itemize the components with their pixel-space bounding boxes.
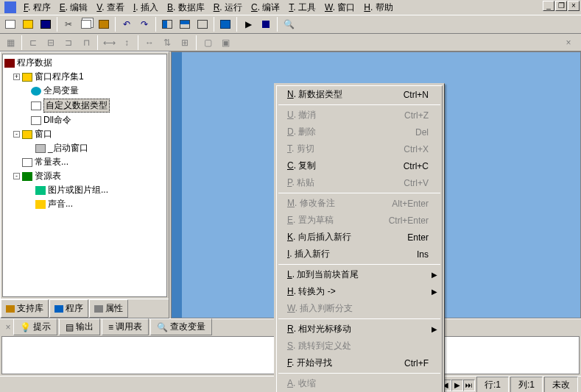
expand-icon[interactable]: + — [13, 74, 20, 80]
tree-node[interactable]: 全局变量 — [4, 84, 165, 98]
context-menu-item[interactable]: L. 加到当前块首尾▶ — [277, 266, 442, 283]
node-icon — [35, 186, 46, 195]
menu-item[interactable]: R. 运行 — [209, 1, 247, 14]
tab-hint[interactable]: 💡提示 — [13, 318, 57, 335]
minimize-button[interactable]: _ — [543, 1, 554, 11]
grid-icon: ▦ — [2, 35, 18, 50]
redo-button[interactable]: ↷ — [136, 16, 152, 32]
node-label: 常量表... — [35, 156, 68, 168]
project-tree[interactable]: 程序数据 +窗口程序集1全局变量自定义数据类型Dll命令-窗口_启动窗口常量表.… — [2, 54, 167, 297]
nav-next-button[interactable]: ▶ — [451, 379, 463, 391]
copy-button[interactable] — [78, 16, 94, 32]
menu-item[interactable]: V. 查看 — [92, 1, 129, 14]
context-menu-item[interactable]: H. 转换为 ->▶ — [277, 283, 442, 300]
tab-properties[interactable]: 属性 — [89, 299, 128, 318]
menu-separator — [278, 264, 440, 265]
menu-separator — [278, 373, 440, 374]
menu-item[interactable]: I. 插入 — [129, 1, 163, 14]
expand-icon[interactable]: - — [13, 173, 20, 179]
context-menu-item: T. 剪切Ctrl+X — [277, 140, 442, 157]
cut-button[interactable]: ✂ — [60, 16, 77, 32]
context-menu-item[interactable]: K. 向后插入新行Enter — [277, 229, 442, 246]
tab-watch[interactable]: 🔍查改变量 — [150, 318, 212, 335]
context-menu-item: M. 修改备注Alt+Enter — [277, 195, 442, 212]
tree-node[interactable]: +窗口程序集1 — [4, 70, 165, 84]
lightbulb-icon: 💡 — [20, 322, 31, 332]
node-label: 图片或图片组... — [48, 184, 108, 196]
menu-item[interactable]: W. 窗口 — [320, 1, 359, 14]
context-menu-item: A. 收缩 — [277, 375, 442, 392]
menu-separator — [278, 193, 440, 193]
stop-button[interactable] — [258, 16, 274, 32]
context-menu-item: E. 置为草稿Ctrl+Enter — [277, 212, 442, 229]
tab-program[interactable]: 程序 — [49, 299, 88, 318]
context-menu-item[interactable]: N. 新数据类型Ctrl+N — [277, 86, 442, 103]
tree-root-label: 程序数据 — [17, 57, 52, 69]
new-file-button[interactable] — [2, 16, 18, 32]
layout1-button[interactable] — [159, 16, 175, 32]
close-bottom-icon[interactable]: × — [3, 322, 13, 332]
menu-separator — [278, 104, 440, 105]
node-icon — [35, 144, 46, 153]
find-button[interactable]: 🔍 — [281, 16, 297, 32]
book-button[interactable] — [217, 16, 233, 32]
context-menu-item[interactable]: R. 相对光标移动▶ — [277, 321, 442, 338]
node-label: 声音... — [48, 198, 73, 210]
layout3-button[interactable] — [194, 16, 211, 32]
tree-node[interactable]: 图片或图片组... — [4, 183, 165, 197]
submenu-arrow-icon: ▶ — [432, 288, 437, 296]
menu-item[interactable]: F. 程序 — [19, 1, 55, 14]
watch-icon: 🔍 — [157, 322, 168, 332]
tree-node[interactable]: Dll命令 — [4, 113, 165, 127]
restore-button[interactable]: ❐ — [555, 1, 567, 11]
open-file-button[interactable] — [20, 16, 36, 32]
node-icon — [31, 101, 41, 110]
close-panel-icon[interactable]: × — [560, 35, 577, 50]
menu-item[interactable]: H. 帮助 — [359, 1, 397, 14]
tab-callstack[interactable]: ≡调用表 — [102, 318, 149, 335]
status-row: 行:1 — [476, 377, 509, 392]
context-menu: N. 新数据类型Ctrl+NU. 撤消Ctrl+ZD. 删除DelT. 剪切Ct… — [274, 83, 445, 392]
run-button[interactable]: ▶ — [240, 16, 256, 32]
tree-node[interactable]: -窗口 — [4, 127, 165, 141]
tree-node[interactable]: 常量表... — [4, 155, 165, 169]
tab-output[interactable]: ▤输出 — [59, 318, 100, 335]
menu-item[interactable]: T. 工具 — [284, 1, 320, 14]
node-label: 自定义数据类型 — [43, 99, 110, 113]
context-menu-item[interactable]: I. 插入新行Ins — [277, 246, 442, 263]
size-h-icon: ⇅ — [159, 35, 175, 50]
node-icon — [22, 172, 32, 181]
nav-last-button[interactable]: ⏭ — [463, 379, 475, 391]
size-w-icon: ↔ — [141, 35, 158, 50]
menu-item[interactable]: E. 编辑 — [55, 1, 93, 14]
tree-root[interactable]: 程序数据 — [4, 56, 165, 70]
context-menu-item[interactable]: F. 开始寻找Ctrl+F — [277, 354, 442, 371]
output-icon: ▤ — [66, 322, 74, 332]
tree-node[interactable]: 声音... — [4, 197, 165, 211]
undo-button[interactable]: ↶ — [119, 16, 135, 32]
menu-item[interactable]: B. 数据库 — [163, 1, 209, 14]
layout2-button[interactable] — [177, 16, 193, 32]
context-menu-item[interactable]: C. 复制Ctrl+C — [277, 157, 442, 174]
submenu-arrow-icon: ▶ — [432, 271, 437, 279]
context-menu-item: S. 跳转到定义处 — [277, 338, 442, 354]
menu-item[interactable]: C. 编译 — [247, 1, 284, 14]
close-button[interactable]: × — [568, 1, 580, 11]
sidebar-tabs: 支持库 程序 属性 — [1, 299, 169, 318]
paste-button[interactable] — [96, 16, 112, 32]
tree-node[interactable]: 自定义数据类型 — [4, 98, 165, 113]
window-controls: _ ❐ × — [543, 1, 580, 11]
tab-support-lib[interactable]: 支持库 — [1, 299, 49, 318]
tree-node[interactable]: _启动窗口 — [4, 141, 165, 155]
dist-v-icon: ↕ — [119, 35, 135, 50]
tree-node[interactable]: -资源表 — [4, 169, 165, 183]
align-top-icon: ⊓ — [78, 35, 94, 50]
context-menu-item: U. 撤消Ctrl+Z — [277, 107, 442, 124]
save-button[interactable] — [38, 16, 54, 32]
node-icon — [22, 130, 32, 139]
size-both-icon: ⊞ — [177, 35, 193, 50]
menu-separator — [278, 318, 440, 319]
node-icon — [22, 73, 32, 82]
sidebar: 程序数据 +窗口程序集1全局变量自定义数据类型Dll命令-窗口_启动窗口常量表.… — [0, 51, 169, 318]
expand-icon[interactable]: - — [13, 131, 20, 138]
